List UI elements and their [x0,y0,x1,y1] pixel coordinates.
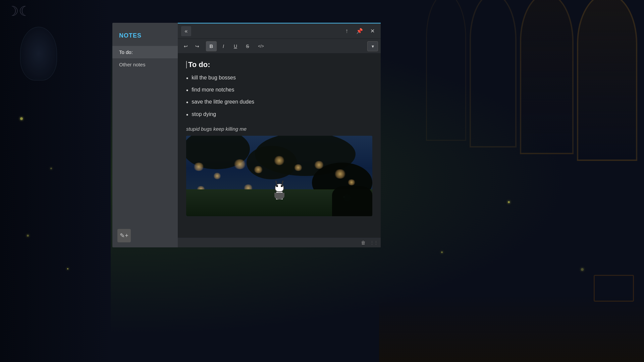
figure-decoration [20,27,57,80]
spore-2 [213,173,221,179]
underline-button[interactable]: U [230,41,241,51]
redo-button[interactable]: ↪ [192,41,203,51]
trash-button[interactable]: 🗑 [358,238,368,248]
todo-item-2: find more notches [186,86,372,95]
collapse-button[interactable]: « [181,26,191,36]
glow-orb [27,235,29,237]
todo-item-4: stop dying [186,111,372,119]
spore-1 [193,163,205,171]
topbar-right-buttons: ↑ 📌 ✕ [342,26,377,36]
skull-decoration: ☽☾ [7,3,31,19]
close-button[interactable]: ✕ [367,26,377,36]
spore-4 [253,166,263,173]
pin-button[interactable]: 📌 [355,26,365,36]
spore-6 [293,164,303,171]
left-background-panel: ☽☾ [0,0,111,362]
dark-blob-3 [247,146,297,179]
glow-orb-right [508,201,510,203]
editor-container: « ↑ 📌 ✕ ↩ ↪ [178,23,381,247]
code-button[interactable]: </> [254,41,268,51]
dark-mass-bottom-right [332,186,372,216]
topbar-left-buttons: « [181,26,191,36]
spore-7 [314,161,324,169]
glow-orb-right-3 [581,268,584,271]
bold-button[interactable]: B [206,41,217,51]
upload-button[interactable]: ↑ [342,26,352,36]
arch-4 [426,0,466,141]
arch-2 [520,0,574,154]
strikethrough-button[interactable]: S [242,41,253,51]
note-heading: To do: [186,60,372,69]
character-eye-right [281,185,283,187]
character-cloak [274,193,284,199]
glow-orb [67,268,68,269]
formatting-toolbar: ↩ ↪ B I U S </> ▾ [178,39,381,54]
arch-3 [470,0,517,147]
sidebar-item-todo[interactable]: To do: [112,46,178,58]
hk-character [273,183,286,199]
game-screenshot [186,136,372,216]
spore-5 [273,156,285,165]
note-content-area[interactable]: To do: kill the bug bosses find more not… [178,54,381,237]
notes-window: NOTES To do: Other notes ✎+ « ↑ [112,23,381,247]
editor-topbar: « ↑ 📌 ✕ [178,23,381,39]
glow-orb [20,117,23,120]
notes-sidebar: NOTES To do: Other notes ✎+ [112,23,178,247]
spore-3 [233,159,247,169]
glow-orb [50,168,52,169]
new-note-button[interactable]: ✎+ [117,229,131,242]
italic-note-text: stupid bugs keep killing me [186,126,372,132]
text-cursor [186,61,187,68]
arch-1 [577,0,637,161]
undo-redo-group: ↩ ↪ [180,41,203,51]
todo-list: kill the bug bosses find more notches sa… [186,74,372,119]
resize-handle: ⋮⋮ [370,240,378,245]
right-background-panel [379,0,644,362]
undo-button[interactable]: ↩ [180,41,191,51]
sidebar-bottom: ✎+ [112,224,178,247]
furniture-decoration [594,275,634,302]
todo-item-3: save the little green dudes [186,98,372,107]
character-eye-left [276,185,278,187]
formatting-dropdown-button[interactable]: ▾ [367,41,378,51]
glow-orb-right-2 [441,251,443,253]
todo-item-1: kill the bug bosses [186,74,372,83]
sidebar-title: NOTES [112,23,178,46]
italic-button[interactable]: I [218,41,229,51]
spore-8 [334,169,346,179]
character-head [275,183,284,192]
sidebar-item-other[interactable]: Other notes [112,58,178,71]
floor-gradient [379,295,644,362]
editor-bottombar: 🗑 ⋮⋮ [178,237,381,247]
spore-12 [347,179,356,185]
